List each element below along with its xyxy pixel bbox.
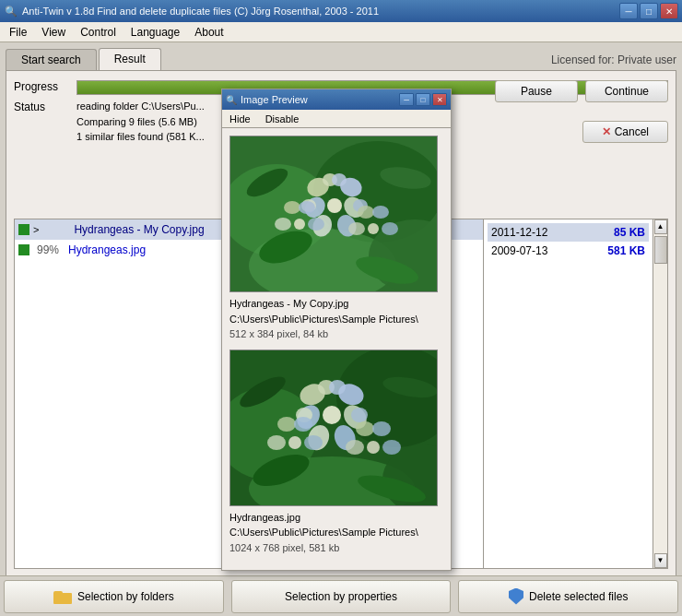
file-info-row[interactable]: 2011-12-12 85 KB [488,223,649,242]
dialog-title-controls: ─ □ ✕ [399,93,447,106]
percent-label: 99% [37,243,65,256]
dialog-app-icon: 🔍 [226,95,237,105]
image2-caption: Hydrangeas.jpg C:\Users\Public\Pictures\… [229,510,443,556]
svg-point-50 [288,436,301,449]
image1-path: C:\Users\Public\Pictures\Sample Pictures… [229,312,443,327]
status-label: Status [14,99,69,113]
svg-point-19 [308,218,324,231]
image2-path: C:\Users\Public\Pictures\Sample Pictures… [229,525,443,540]
image-canvas-2 [229,349,438,506]
menu-control[interactable]: Control [73,24,123,41]
title-controls: ─ □ ✕ [619,3,678,19]
progress-label: Progress [14,78,69,93]
dialog-maximize-button[interactable]: □ [416,93,430,106]
selection-by-properties-button[interactable]: Selection by properties [231,580,452,613]
selection-by-properties-label: Selection by properties [285,590,397,603]
title-text: Anti-Twin v 1.8d Find and delete duplica… [22,6,379,17]
dialog-minimize-button[interactable]: ─ [399,93,414,106]
green-square-icon [18,224,29,235]
tab-result[interactable]: Result [99,48,161,70]
image1-caption: Hydrangeas - My Copy.jpg C:\Users\Public… [229,296,443,342]
menu-view[interactable]: View [34,24,73,41]
scroll-down-arrow[interactable]: ▼ [654,553,667,568]
arrow-icon: > [33,224,39,235]
minimize-button[interactable]: ─ [619,3,638,19]
svg-point-21 [358,206,374,219]
dialog-title-bar: 🔍 Image Preview ─ □ ✕ [222,89,451,110]
svg-point-49 [304,435,323,450]
scroll-thumb[interactable] [654,236,667,264]
cancel-icon: ✕ [602,125,611,138]
svg-point-53 [346,440,364,455]
right-panel-content: 2011-12-12 85 KB 2009-07-13 581 KB [484,219,653,264]
title-bar: 🔍 Anti-Twin v 1.8d Find and delete dupli… [0,0,682,22]
menu-file[interactable]: File [2,24,34,41]
svg-point-17 [299,201,315,214]
folder-icon [53,589,72,604]
delete-selected-files-label: Delete selected files [529,590,628,603]
pause-button[interactable]: Pause [495,80,578,102]
image1-filename: Hydrangeas - My Copy.jpg [229,296,443,312]
licensed-label: Licensed for: Private user [551,53,676,66]
app-icon: 🔍 [4,4,18,18]
scrollbar-vertical[interactable]: ▲ ▼ [653,219,667,568]
image-preview-2: Hydrangeas.jpg C:\Users\Public\Pictures\… [229,349,443,556]
svg-point-47 [294,417,312,432]
shield-icon [509,588,523,605]
image-preview-dialog: 🔍 Image Preview ─ □ ✕ Hide Disable [221,89,452,571]
image-preview-1: Hydrangeas - My Copy.jpg C:\Users\Public… [229,136,443,342]
svg-point-48 [267,435,286,450]
dialog-menu: Hide Disable [222,110,451,128]
dialog-content: Hydrangeas - My Copy.jpg C:\Users\Public… [222,128,451,570]
dialog-title-left: 🔍 Image Preview [226,94,308,105]
image1-dimensions: 512 x 384 pixel, 84 kb [229,326,443,342]
file-info-row[interactable]: 2009-07-13 581 KB [488,242,649,260]
file-name: Hydrangeas.jpg [68,243,146,256]
dialog-menu-disable[interactable]: Disable [262,113,303,125]
svg-point-18 [275,218,291,231]
svg-point-11 [327,198,342,213]
image-canvas-1 [229,136,438,292]
bottom-buttons: Selection by folders Selection by proper… [0,575,682,616]
continue-button[interactable]: Continue [585,80,668,102]
image2-dimensions: 1024 x 768 pixel, 581 kb [229,540,443,556]
size-text: 85 KB [614,226,645,239]
title-bar-left: 🔍 Anti-Twin v 1.8d Find and delete dupli… [4,4,379,18]
svg-point-51 [356,421,374,436]
svg-point-13 [332,173,347,186]
menu-language[interactable]: Language [123,24,187,41]
action-buttons: Pause Continue [495,80,668,102]
svg-point-41 [323,406,341,424]
maximize-button[interactable]: □ [640,3,658,19]
main-area: Start search Result Licensed for: Privat… [0,42,682,616]
tab-start-search[interactable]: Start search [6,49,97,70]
svg-point-52 [372,421,391,436]
cancel-area: ✕ Cancel [582,121,668,143]
scroll-up-arrow[interactable]: ▲ [654,219,667,234]
svg-point-54 [382,440,401,455]
size-text: 581 KB [607,244,645,257]
svg-point-24 [382,222,398,235]
selection-by-folders-label: Selection by folders [77,590,174,603]
svg-point-22 [372,206,389,219]
green-square-icon [18,244,29,255]
dialog-menu-hide[interactable]: Hide [226,113,254,125]
svg-point-45 [351,408,368,422]
dialog-close-button[interactable]: ✕ [432,93,447,106]
cancel-button[interactable]: ✕ Cancel [582,121,668,143]
close-button[interactable]: ✕ [660,3,678,19]
date-text: 2011-12-12 [491,226,547,239]
menu-about[interactable]: About [187,24,230,41]
selection-by-folders-button[interactable]: Selection by folders [4,580,224,613]
svg-point-55 [367,441,380,454]
svg-point-25 [368,223,379,234]
svg-point-43 [329,380,346,395]
delete-selected-files-button[interactable]: Delete selected files [458,580,678,613]
file-name: Hydrangeas - My Copy.jpg [74,223,204,236]
svg-point-20 [294,219,305,230]
dialog-title-text: Image Preview [241,94,308,105]
svg-point-23 [348,222,365,235]
file-list-right: 2011-12-12 85 KB 2009-07-13 581 KB ▲ ▼ [484,219,668,569]
svg-point-16 [284,201,300,214]
date-text: 2009-07-13 [491,244,547,257]
